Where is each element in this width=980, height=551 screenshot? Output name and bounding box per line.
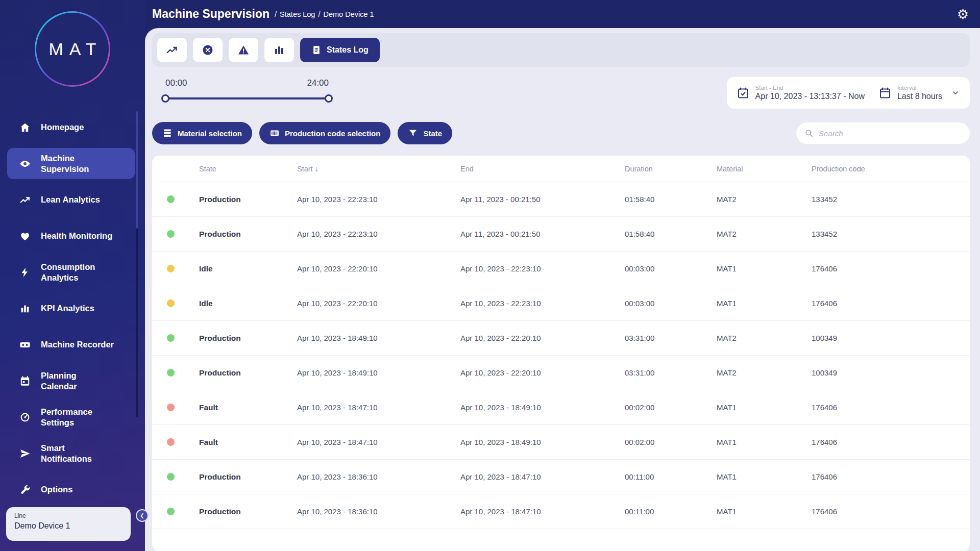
tab-faults-button[interactable] bbox=[193, 38, 223, 62]
start-end-picker[interactable]: Start - End Apr 10, 2023 - 13:13:37 - No… bbox=[737, 85, 865, 101]
interval-picker[interactable]: Interval Last 8 hours bbox=[879, 85, 960, 101]
slider-handle-end[interactable] bbox=[325, 94, 333, 103]
production-code-selection-button[interactable]: Production code selection bbox=[259, 122, 391, 144]
sidebar-collapse-button[interactable]: ❮ bbox=[136, 509, 149, 522]
sidebar-item-planning-calendar[interactable]: Planning Calendar bbox=[7, 365, 135, 396]
table-row[interactable]: ProductionApr 10, 2023 - 18:36:10Apr 10,… bbox=[152, 460, 970, 494]
sidebar-item-label: Consumption Analytics bbox=[41, 262, 95, 283]
tab-histogram-button[interactable] bbox=[264, 38, 294, 62]
tab-trend-button[interactable] bbox=[157, 38, 187, 62]
cell-state: Fault bbox=[189, 403, 287, 412]
slider-handle-start[interactable] bbox=[161, 94, 169, 103]
time-controls-row: 00:00 24:00 Start - End Apr 10, 2023 - 1… bbox=[152, 77, 970, 109]
device-selector[interactable]: Line Demo Device 1 bbox=[6, 507, 131, 541]
trend-chart-icon bbox=[166, 44, 178, 56]
cell-material: MAT2 bbox=[706, 195, 801, 204]
table-row[interactable]: ProductionApr 10, 2023 - 22:23:10Apr 11,… bbox=[152, 182, 970, 217]
tab-states-log-button[interactable]: States Log bbox=[300, 38, 380, 62]
cell-material: MAT1 bbox=[706, 507, 801, 516]
cell-duration: 00:03:00 bbox=[615, 299, 706, 308]
cell-production-code: 176406 bbox=[801, 299, 970, 308]
cell-duration: 01:58:40 bbox=[615, 230, 706, 238]
sidebar-item-health-monitoring[interactable]: Health Monitoring bbox=[7, 220, 135, 252]
table-row[interactable]: FaultApr 10, 2023 - 18:47:10Apr 10, 2023… bbox=[152, 390, 970, 425]
sidebar-item-smart-notifications[interactable]: Smart Notifications bbox=[7, 438, 135, 469]
table-row[interactable]: FaultApr 10, 2023 - 18:47:10Apr 10, 2023… bbox=[152, 425, 970, 460]
page-title: Machine Supervision bbox=[152, 7, 270, 21]
sidebar-item-label: Options bbox=[41, 484, 72, 495]
sidebar-item-label: Planning Calendar bbox=[41, 370, 77, 391]
gauge-icon bbox=[19, 411, 32, 423]
column-header-start[interactable]: Start↓ bbox=[287, 165, 450, 173]
cell-state: Idle bbox=[189, 264, 287, 273]
sidebar-item-machine-supervision[interactable]: Machine Supervision bbox=[7, 148, 135, 179]
filter-row: Material selection Production code selec… bbox=[152, 122, 970, 144]
state-dot bbox=[167, 508, 175, 515]
search-box bbox=[796, 122, 970, 144]
calendar-icon bbox=[19, 375, 32, 387]
interval-value: Last 8 hours bbox=[897, 92, 942, 101]
material-selection-button[interactable]: Material selection bbox=[152, 122, 252, 144]
home-icon bbox=[19, 121, 32, 134]
breadcrumb-item[interactable]: Demo Device 1 bbox=[323, 10, 374, 18]
settings-gear-icon[interactable]: ⚙ bbox=[957, 8, 969, 21]
barcode-icon bbox=[270, 128, 280, 138]
logo-inner: MAT bbox=[36, 13, 109, 85]
table-row[interactable]: ProductionApr 10, 2023 - 18:49:10Apr 10,… bbox=[152, 321, 970, 356]
tab-warnings-button[interactable] bbox=[229, 38, 258, 62]
cell-duration: 00:02:00 bbox=[615, 403, 706, 412]
table-row[interactable]: ProductionApr 10, 2023 - 18:49:10Apr 10,… bbox=[152, 356, 970, 390]
cell-production-code: 176406 bbox=[801, 264, 970, 273]
sidebar-item-machine-recorder[interactable]: Machine Recorder bbox=[7, 329, 135, 360]
cell-material: MAT2 bbox=[706, 230, 801, 238]
breadcrumb-separator: / bbox=[275, 10, 277, 18]
column-header-material[interactable]: Material bbox=[706, 165, 801, 173]
cell-end: Apr 11, 2023 - 00:21:50 bbox=[450, 195, 615, 204]
logo: MAT bbox=[0, 0, 145, 87]
warning-triangle-icon bbox=[237, 44, 250, 56]
table-row[interactable]: IdleApr 10, 2023 - 22:20:10Apr 10, 2023 … bbox=[152, 252, 970, 286]
date-range-card: Start - End Apr 10, 2023 - 13:13:37 - No… bbox=[727, 77, 970, 109]
cell-duration: 00:02:00 bbox=[615, 438, 706, 446]
cell-material: MAT2 bbox=[706, 334, 801, 342]
state-dot bbox=[167, 230, 175, 238]
column-header-end[interactable]: End bbox=[450, 165, 615, 173]
cell-production-code: 176406 bbox=[801, 472, 970, 481]
cell-material: MAT1 bbox=[706, 299, 801, 308]
sidebar-item-options[interactable]: Options bbox=[7, 474, 135, 505]
sidebar-item-label: Homepage bbox=[41, 122, 84, 133]
x-circle-icon bbox=[202, 44, 214, 56]
trend-icon bbox=[19, 194, 32, 206]
sidebar-item-kpi-analytics[interactable]: KPI Analytics bbox=[7, 293, 135, 324]
sidebar: MAT HomepageMachine SupervisionLean Anal… bbox=[0, 0, 145, 551]
cell-start: Apr 10, 2023 - 18:36:10 bbox=[287, 507, 450, 516]
search-input[interactable] bbox=[819, 129, 962, 138]
cell-production-code: 100349 bbox=[801, 334, 970, 342]
production-code-selection-label: Production code selection bbox=[285, 129, 381, 138]
cell-state: Production bbox=[189, 507, 287, 516]
column-header-state[interactable]: State bbox=[189, 165, 287, 173]
table-row[interactable]: ProductionApr 10, 2023 - 22:23:10Apr 11,… bbox=[152, 217, 970, 252]
cell-duration: 00:11:00 bbox=[615, 472, 706, 481]
sidebar-item-performance-settings[interactable]: Performance Settings bbox=[7, 402, 135, 433]
cell-duration: 03:31:00 bbox=[615, 368, 706, 377]
slider-track[interactable] bbox=[165, 97, 329, 99]
table-row[interactable]: ProductionApr 10, 2023 - 18:36:10Apr 10,… bbox=[152, 494, 970, 529]
column-header-production-code[interactable]: Production code bbox=[801, 165, 970, 173]
cell-production-code: 133452 bbox=[801, 195, 970, 204]
cell-start: Apr 10, 2023 - 18:49:10 bbox=[287, 368, 450, 377]
cell-state: Production bbox=[189, 472, 287, 482]
sidebar-scrollbar-thumb[interactable] bbox=[136, 111, 138, 229]
sidebar-scrollbar[interactable] bbox=[136, 111, 138, 417]
state-filter-button[interactable]: State bbox=[398, 122, 452, 144]
table-row[interactable]: IdleApr 10, 2023 - 22:20:10Apr 10, 2023 … bbox=[152, 286, 970, 321]
cell-production-code: 176406 bbox=[801, 507, 970, 516]
sidebar-item-lean-analytics[interactable]: Lean Analytics bbox=[7, 184, 135, 215]
column-header-duration[interactable]: Duration bbox=[615, 165, 706, 173]
search-icon bbox=[804, 129, 814, 138]
cell-material: MAT2 bbox=[706, 368, 801, 377]
breadcrumb-item[interactable]: States Log bbox=[280, 10, 315, 18]
state-dot bbox=[167, 473, 175, 481]
sidebar-item-homepage[interactable]: Homepage bbox=[7, 112, 135, 143]
sidebar-item-consumption-analytics[interactable]: Consumption Analytics bbox=[7, 257, 135, 288]
